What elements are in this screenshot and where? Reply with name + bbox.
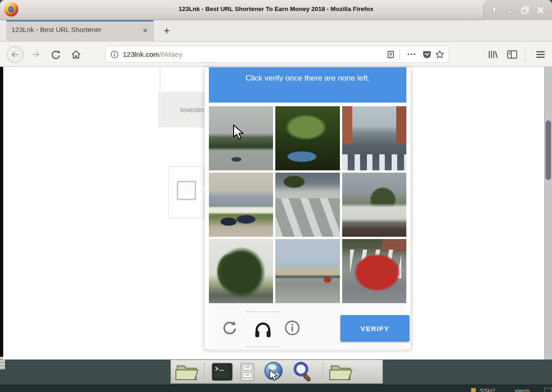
recaptcha-checkbox[interactable] [177, 181, 196, 200]
active-tab-indicator [6, 20, 153, 22]
home-icon [71, 49, 81, 60]
page-scrollbar[interactable] [544, 67, 552, 359]
navigation-toolbar: 123lnk.com/6Maey ••• [0, 42, 552, 67]
captcha-tile-7[interactable] [209, 239, 273, 303]
terminal-icon[interactable] [209, 361, 235, 382]
captcha-tile-6[interactable] [342, 173, 406, 237]
file-manager-icon[interactable] [174, 361, 200, 382]
window-title: 123Lnk - Best URL Shortener To Earn Mone… [0, 0, 552, 18]
captcha-controls: VERIFY [209, 303, 406, 350]
url-path: /6Maey [159, 50, 182, 58]
captcha-tile-3[interactable] [342, 106, 406, 170]
table-row-label: Investin [158, 92, 204, 127]
reload-button[interactable] [48, 42, 64, 67]
hamburger-menu-icon [536, 50, 546, 59]
reload-icon [51, 50, 60, 59]
back-button[interactable] [6, 42, 24, 67]
library-icon [487, 49, 498, 60]
forward-arrow-icon [31, 50, 40, 59]
window-controls [483, 0, 552, 20]
web-browser-icon[interactable] [259, 361, 288, 382]
reload-icon [222, 320, 237, 335]
reader-mode-icon[interactable] [387, 50, 395, 59]
recaptcha-checkbox-widget [169, 166, 204, 218]
pocket-icon[interactable] [422, 49, 432, 60]
file-manager-2-icon[interactable] [328, 361, 354, 382]
page-content: Investin Click verify once there are non… [3, 67, 544, 359]
bookmark-star-icon[interactable] [435, 49, 445, 60]
maximize-window-icon[interactable] [520, 5, 530, 15]
background-window-edge [0, 67, 3, 359]
library-button[interactable] [485, 42, 501, 67]
status-strip: SSH2 xterm [0, 385, 552, 392]
search-icon[interactable] [288, 361, 319, 382]
captcha-tile-8[interactable] [275, 239, 339, 303]
site-info-icon[interactable] [110, 50, 119, 59]
sidebar-icon [507, 50, 518, 59]
scrollbar-thumb[interactable] [546, 120, 551, 180]
forward-button[interactable] [27, 42, 44, 67]
toolbar-divider [525, 46, 525, 63]
url-bar[interactable]: 123lnk.com/6Maey ••• [105, 46, 449, 63]
shade-window-icon[interactable] [489, 5, 499, 15]
captcha-tile-9[interactable] [342, 239, 406, 303]
window-list-fragment [545, 388, 552, 392]
captcha-instruction: Click verify once there are none left. [209, 67, 406, 103]
dock-separator [204, 363, 205, 381]
home-button[interactable] [68, 42, 84, 67]
urlbar-divider [399, 49, 400, 60]
process-label: SSH2 [480, 387, 495, 392]
mouse-cursor [233, 125, 245, 142]
taskbar-dock [170, 360, 383, 384]
captcha-info-button[interactable] [284, 320, 301, 338]
info-icon [284, 320, 301, 336]
new-tab-button[interactable]: + [159, 24, 174, 38]
page-actions-icon[interactable]: ••• [407, 51, 416, 58]
table-border [160, 67, 160, 92]
url-domain: 123lnk.com [123, 50, 159, 58]
captcha-reload-button[interactable] [222, 320, 237, 337]
process-label: xterm [514, 387, 530, 392]
verify-button[interactable]: VERIFY [340, 315, 410, 342]
tab-close-icon[interactable]: ✕ [141, 26, 150, 35]
recaptcha-challenge-popup: Click verify once there are none left. [204, 67, 411, 349]
headphones-icon[interactable] [253, 320, 273, 338]
url-text[interactable]: 123lnk.com/6Maey [123, 50, 387, 59]
captcha-tile-2[interactable] [275, 106, 339, 170]
desktop: 123Lnk - Best URL Shortener To Earn Mone… [0, 0, 552, 392]
captcha-audio-focus-ring [246, 311, 279, 347]
tab-bar: 123Lnk - Best URL Shortener ✕ + [0, 20, 552, 42]
tab-title: 123Lnk - Best URL Shortener [11, 26, 136, 36]
dock-separator [323, 363, 323, 381]
menu-button[interactable] [532, 42, 549, 67]
back-arrow-icon [7, 46, 23, 63]
close-window-icon[interactable] [536, 5, 546, 15]
minimize-window-icon[interactable] [505, 5, 515, 15]
window-titlebar[interactable]: 123Lnk - Best URL Shortener To Earn Mone… [0, 0, 552, 20]
file-archiver-icon[interactable] [235, 361, 259, 382]
status-items: SSH2 xterm [471, 387, 552, 392]
captcha-tile-4[interactable] [209, 173, 273, 237]
tab-active[interactable]: 123Lnk - Best URL Shortener ✕ [6, 20, 154, 42]
sidebar-button[interactable] [504, 42, 520, 67]
captcha-tile-5[interactable] [275, 173, 339, 237]
process-icon [471, 388, 476, 392]
